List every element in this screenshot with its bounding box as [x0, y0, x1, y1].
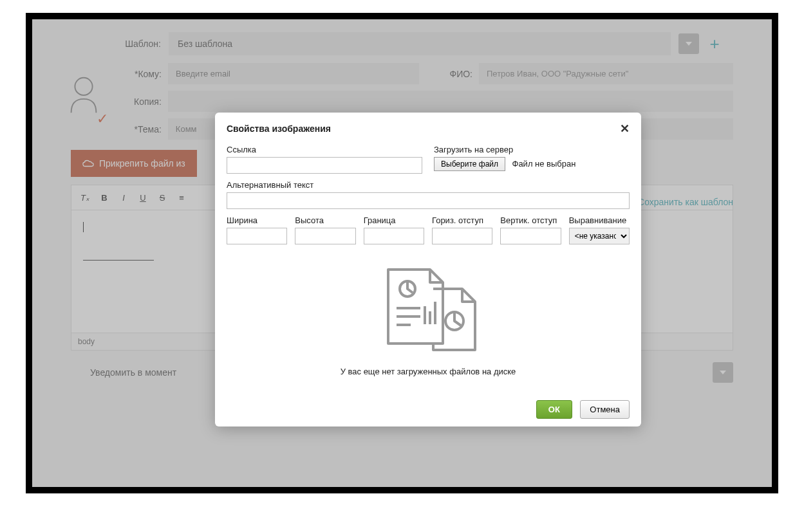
- template-dropdown-arrow[interactable]: [678, 33, 699, 54]
- url-input[interactable]: [227, 157, 422, 174]
- file-status: Файл не выбран: [512, 159, 576, 169]
- vspace-label: Вертик. отступ: [500, 216, 561, 225]
- height-label: Высота: [295, 216, 355, 225]
- chevron-down-icon: [686, 42, 692, 46]
- ok-button[interactable]: ОК: [536, 400, 572, 419]
- hspace-input[interactable]: [432, 228, 492, 244]
- fio-label: ФИО:: [432, 69, 472, 79]
- copy-label: Копия:: [121, 96, 162, 107]
- checkmark-icon: ✓: [97, 111, 108, 127]
- width-input[interactable]: [227, 228, 287, 244]
- subject-label: *Тема:: [121, 124, 162, 134]
- attach-file-button[interactable]: Прикрепить файл из: [71, 150, 197, 177]
- attach-file-label: Прикрепить файл из: [99, 158, 185, 169]
- border-label: Граница: [364, 216, 424, 225]
- alt-text-input[interactable]: [227, 192, 630, 209]
- align-select[interactable]: <не указано>: [569, 228, 630, 244]
- save-template-link[interactable]: Сохранить как шаблон: [638, 197, 733, 207]
- chevron-down-icon: [720, 371, 726, 374]
- align-label: Выравнивание: [569, 216, 630, 225]
- notify-dropdown[interactable]: [713, 362, 733, 383]
- upload-label: Загрузить на сервер: [434, 145, 630, 154]
- file-preview-icon: [372, 260, 485, 356]
- svg-point-0: [75, 78, 92, 95]
- hspace-label: Гориз. отступ: [432, 216, 492, 225]
- image-properties-dialog: Свойства изображения ✕ Ссылка Загрузить …: [215, 113, 641, 427]
- avatar: ✓: [64, 74, 116, 120]
- clear-format-button[interactable]: Tₓ: [77, 189, 93, 206]
- close-button[interactable]: ✕: [620, 122, 630, 136]
- fio-input[interactable]: [479, 63, 733, 84]
- bold-button[interactable]: B: [96, 189, 113, 206]
- choose-file-button[interactable]: Выберите файл: [434, 157, 505, 171]
- alt-text-label: Альтернативный текст: [227, 180, 630, 190]
- add-template-button[interactable]: +: [707, 34, 722, 54]
- url-label: Ссылка: [227, 145, 422, 154]
- template-select[interactable]: Без шаблона: [169, 32, 671, 55]
- template-label: Шаблон:: [71, 39, 161, 49]
- align-button[interactable]: ≡: [173, 189, 190, 206]
- vspace-input[interactable]: [500, 228, 561, 244]
- copy-input[interactable]: [168, 91, 733, 112]
- height-input[interactable]: [295, 228, 355, 244]
- cloud-icon: [82, 159, 94, 168]
- empty-files-text: У вас еще нет загруженных файлов на диск…: [227, 367, 630, 376]
- to-input[interactable]: [168, 63, 419, 84]
- underline-button[interactable]: U: [135, 189, 151, 206]
- dialog-title: Свойства изображения: [227, 124, 331, 134]
- notify-label: Уведомить в момент: [90, 367, 176, 378]
- strike-button[interactable]: S: [154, 189, 171, 206]
- to-label: *Кому:: [121, 69, 162, 79]
- border-input[interactable]: [364, 228, 424, 244]
- width-label: Ширина: [227, 216, 287, 225]
- italic-button[interactable]: I: [115, 189, 132, 206]
- cancel-button[interactable]: Отмена: [580, 400, 630, 419]
